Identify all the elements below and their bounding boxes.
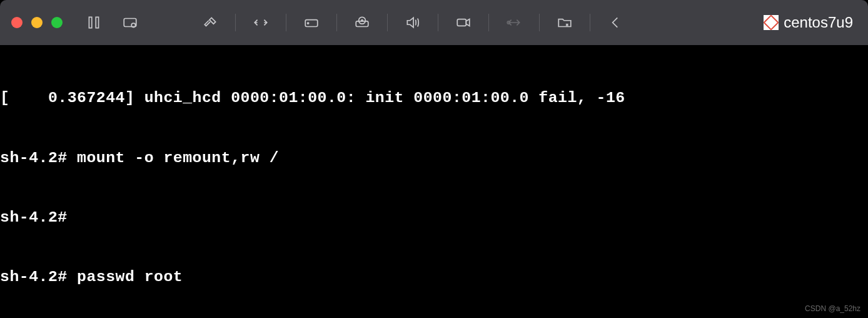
snapshot-button[interactable] xyxy=(115,8,145,38)
terminal-output[interactable]: [ 0.367244] uhci_hcd 0000:01:00.0: init … xyxy=(0,45,868,318)
separator xyxy=(590,14,590,31)
toolbar-center xyxy=(195,8,630,38)
svg-point-5 xyxy=(308,23,309,24)
svg-point-8 xyxy=(361,20,363,21)
svg-rect-2 xyxy=(124,19,136,27)
minimize-button[interactable] xyxy=(31,17,43,28)
separator xyxy=(336,14,337,31)
svg-rect-1 xyxy=(96,17,98,28)
shared-folder-icon[interactable] xyxy=(550,8,580,38)
terminal-line: [ 0.367244] uhci_hcd 0000:01:00.0: init … xyxy=(0,88,868,108)
vm-name-label: centos7u9 xyxy=(784,14,853,31)
usb-icon[interactable] xyxy=(499,8,529,38)
toolbar-left xyxy=(79,8,145,38)
vm-os-icon xyxy=(764,15,779,30)
window-controls xyxy=(11,17,63,28)
svg-rect-0 xyxy=(89,17,91,28)
terminal-line: sh-4.2# xyxy=(0,208,868,228)
optical-disk-icon[interactable] xyxy=(347,8,377,38)
window-titlebar: centos7u9 xyxy=(0,0,868,45)
separator xyxy=(488,14,489,31)
vm-title: centos7u9 xyxy=(764,14,857,31)
separator xyxy=(286,14,286,31)
maximize-button[interactable] xyxy=(51,17,63,28)
resize-icon[interactable] xyxy=(246,8,276,38)
separator xyxy=(387,14,388,31)
terminal-line: sh-4.2# passwd root xyxy=(0,267,868,287)
disk-icon[interactable] xyxy=(296,8,326,38)
separator xyxy=(438,14,438,31)
separator xyxy=(235,14,236,31)
settings-icon[interactable] xyxy=(195,8,225,38)
svg-rect-9 xyxy=(457,19,466,26)
back-icon[interactable] xyxy=(600,8,630,38)
watermark: CSDN @a_52hz xyxy=(805,304,860,313)
audio-icon[interactable] xyxy=(398,8,428,38)
separator xyxy=(539,14,540,31)
svg-point-7 xyxy=(359,17,366,24)
close-button[interactable] xyxy=(11,17,23,28)
camera-icon[interactable] xyxy=(448,8,478,38)
terminal-line: sh-4.2# mount -o remount,rw / xyxy=(0,148,868,168)
pause-button[interactable] xyxy=(79,8,109,38)
